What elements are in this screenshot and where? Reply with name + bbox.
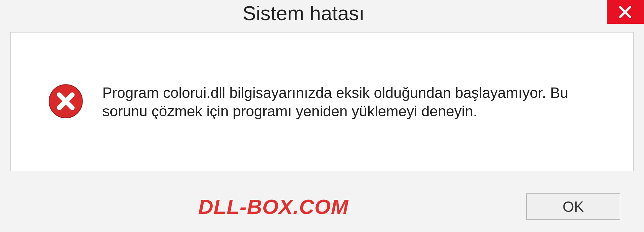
error-message: Program colorui.dll bilgisayarınızda eks… [102,83,572,120]
titlebar: Sistem hatası [0,0,644,32]
error-dialog: Sistem hatası Program colorui.dll bilgis… [0,0,644,232]
close-icon [618,5,633,19]
watermark-text: DLL-BOX.COM [24,195,348,219]
close-button[interactable] [607,0,644,24]
dialog-footer: DLL-BOX.COM OK [0,181,644,232]
error-icon [48,83,84,121]
dialog-title: Sistem hatası [0,0,607,25]
dialog-body: Program colorui.dll bilgisayarınızda eks… [10,32,634,171]
ok-button[interactable]: OK [526,193,620,220]
